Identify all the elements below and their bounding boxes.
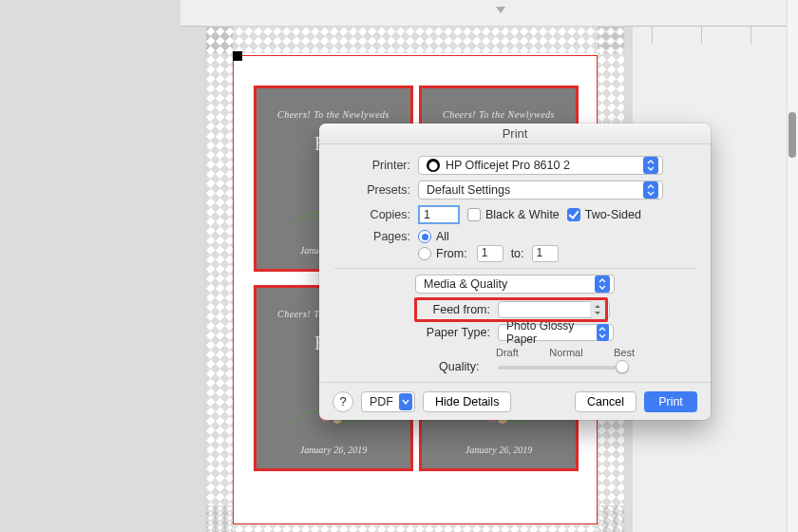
divider: [334, 268, 695, 269]
pages-all-label: All: [436, 230, 449, 243]
pages-from-input[interactable]: 1: [477, 245, 504, 262]
quality-slider-track[interactable]: [498, 366, 623, 370]
twosided-checkbox[interactable]: Two-Sided: [567, 208, 641, 221]
vertical-scrollbar-thumb[interactable]: [788, 112, 796, 158]
vertical-scrollbar-track[interactable]: [787, 0, 798, 532]
chevron-updown-icon: [595, 276, 610, 293]
pages-from-value: 1: [482, 246, 488, 259]
checkbox-icon: [567, 208, 580, 221]
print-button[interactable]: Print: [644, 391, 697, 412]
quality-label: Quality:: [439, 360, 479, 373]
paper-type-label: Paper Type:: [334, 326, 490, 339]
selection-handle[interactable]: [233, 51, 242, 61]
presets-value: Default Settings: [427, 183, 510, 197]
radio-icon: [418, 247, 431, 260]
quality-normal: Normal: [549, 347, 582, 358]
help-label: ?: [339, 394, 346, 408]
print-dialog: Print Printer: ⬤ HP Officejet Pro 8610 2…: [319, 124, 711, 420]
bw-label: Black & White: [485, 208, 560, 221]
chevron-updown-icon: [643, 181, 658, 199]
printer-select[interactable]: ⬤ HP Officejet Pro 8610 2: [418, 156, 663, 175]
pages-from-radio[interactable]: From:: [418, 247, 467, 260]
pdf-menu-button[interactable]: PDF: [361, 391, 415, 412]
feed-label: Feed from:: [334, 303, 490, 316]
quality-ticks: Draft Normal Best: [496, 347, 635, 358]
quality-best: Best: [614, 347, 635, 358]
pages-label: Pages:: [334, 230, 410, 243]
card-date: January 26, 2019: [422, 445, 576, 455]
pages-to-input[interactable]: 1: [532, 245, 559, 262]
chevron-updown-icon: [590, 301, 605, 318]
quality-slider-knob[interactable]: [616, 360, 629, 373]
quality-row: Draft Normal Best Quality:: [334, 347, 695, 379]
paper-type-value: Photo Glossy Paper: [506, 319, 591, 346]
horizontal-ruler: [180, 0, 798, 27]
card-date: January 26, 2019: [256, 445, 410, 455]
hide-details-button[interactable]: Hide Details: [423, 391, 511, 412]
dialog-body: Printer: ⬤ HP Officejet Pro 8610 2 Prese…: [319, 144, 711, 379]
presets-label: Presets:: [334, 183, 410, 197]
help-button[interactable]: ?: [332, 391, 353, 412]
section-value: Media & Quality: [424, 277, 507, 291]
paper-type-select[interactable]: Photo Glossy Paper: [498, 324, 614, 341]
ruler-indent-icon: [494, 4, 507, 17]
presets-select[interactable]: Default Settings: [418, 180, 663, 200]
printer-value: HP Officejet Pro 8610 2: [446, 159, 570, 172]
pages-all-radio[interactable]: All: [418, 230, 449, 243]
checkbox-icon: [467, 208, 481, 221]
radio-icon: [418, 230, 431, 243]
cancel-button[interactable]: Cancel: [575, 391, 636, 412]
quality-draft: Draft: [496, 347, 519, 358]
bw-checkbox[interactable]: Black & White: [467, 208, 560, 221]
pages-to-label: to:: [511, 247, 524, 260]
chevron-updown-icon: [643, 157, 658, 174]
printer-label: Printer:: [334, 159, 410, 172]
copies-value: 1: [424, 208, 430, 221]
chevron-down-icon: [399, 393, 412, 410]
section-select[interactable]: Media & Quality: [415, 275, 615, 294]
twosided-label: Two-Sided: [585, 208, 641, 221]
chevron-updown-icon: [597, 324, 609, 341]
dialog-title: Print: [319, 124, 711, 144]
dialog-footer: ? PDF Hide Details Cancel Print: [319, 382, 711, 420]
card-heading: Cheers! To the Newlyweds: [256, 109, 410, 120]
hide-details-label: Hide Details: [435, 395, 499, 408]
copies-label: Copies:: [334, 208, 410, 221]
margin-hatch-top: [206, 27, 624, 53]
pages-to-value: 1: [537, 246, 543, 259]
margin-hatch-left: [206, 27, 233, 532]
cancel-label: Cancel: [587, 395, 624, 408]
printer-status-icon: ⬤: [427, 159, 440, 172]
copies-input[interactable]: 1: [418, 205, 460, 224]
pdf-label: PDF: [370, 395, 393, 408]
pages-from-label: From:: [436, 247, 467, 260]
feed-select[interactable]: [498, 301, 610, 318]
print-label: Print: [658, 395, 683, 408]
card-heading: Cheers! To the Newlyweds: [422, 109, 576, 120]
